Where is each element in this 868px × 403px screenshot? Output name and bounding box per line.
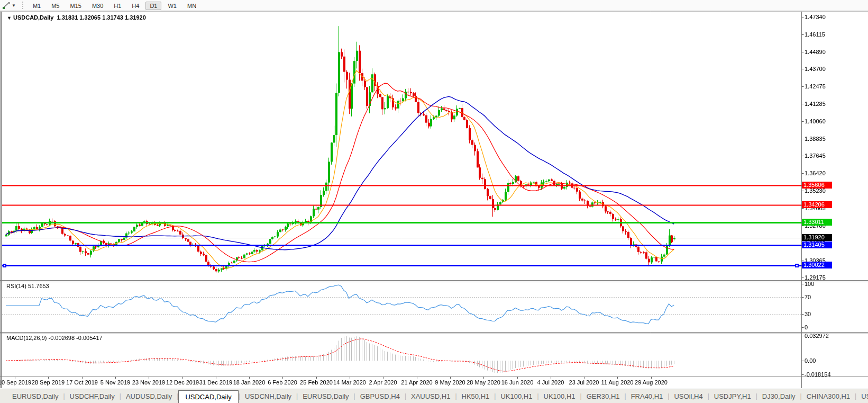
- rsi-axis-tick: 70: [805, 294, 811, 300]
- macd-value-main: -0.002698: [48, 335, 75, 341]
- macd-axis-tick: 0.032972: [805, 333, 829, 339]
- trading-terminal: { "toolbar": { "timeframes": ["M1","M5",…: [0, 0, 868, 403]
- symbol-tab-eurusd-0[interactable]: EURUSD,Daily: [7, 391, 63, 402]
- symbol-tab-eurusd-5[interactable]: EURUSD,Daily: [298, 391, 353, 402]
- price-axis-tick: 1.43700: [805, 66, 826, 72]
- date-axis-label: 11 Aug 2020: [601, 379, 634, 386]
- date-axis-label: 5 Nov 2019: [100, 379, 130, 386]
- symbol-tab-usdcnh-4[interactable]: USDCNH,Daily: [240, 391, 296, 402]
- symbol-name: USDCAD,Daily: [13, 14, 53, 21]
- symbol-tab-hk50-8[interactable]: HK50,H1: [457, 391, 495, 402]
- price-level-badge: 1.34206: [802, 201, 832, 208]
- macd-value-signal: -0.005417: [76, 335, 103, 341]
- date-axis-label: 28 Sep 2019: [32, 379, 65, 386]
- date-axis-label: 31 Dec 2019: [199, 379, 232, 386]
- price-axis-tick: 1.46115: [805, 31, 825, 38]
- symbol-tab-audusd-2[interactable]: AUDUSD,Daily: [121, 391, 177, 402]
- timeframe-button-d1[interactable]: D1: [145, 2, 161, 10]
- ohlc-open: 1.31831: [57, 14, 78, 21]
- price-axis-tick: 1.47340: [805, 14, 826, 20]
- price-level-badge: 1.30022: [802, 262, 832, 268]
- price-axis-tick: 1.44890: [805, 49, 826, 55]
- symbol-ohlc-header: ▼ USDCAD,Daily 1.31831 1.32065 1.31743 1…: [7, 14, 146, 21]
- ohlc-high: 1.32065: [79, 14, 100, 21]
- price-level-badge: 1.35606: [802, 182, 832, 189]
- timeframe-button-m15[interactable]: M15: [66, 2, 85, 10]
- symbol-tab-usoil-13[interactable]: USOil,H4: [669, 391, 707, 402]
- price-axis-tick: 1.40060: [805, 118, 826, 124]
- symbol-tab-gbpusd-6[interactable]: GBPUSD,H4: [355, 391, 405, 402]
- date-axis-label: 23 Nov 2019: [132, 379, 165, 386]
- macd-axis-tick: -0.018154: [805, 371, 831, 378]
- symbol-tab-xauusd-7[interactable]: XAUUSD,H1: [406, 391, 455, 402]
- date-axis-label: 23 Jul 2020: [569, 379, 599, 386]
- macd-label: MACD(12,26,9): [6, 335, 47, 341]
- date-axis-label: 4 Jul 2020: [537, 379, 564, 386]
- symbol-dropdown-icon[interactable]: ▼: [7, 15, 12, 21]
- rsi-header: RSI(14) 51.7653: [6, 283, 49, 289]
- timeframe-button-m5[interactable]: M5: [47, 2, 63, 10]
- date-axis-label: 29 Aug 2020: [635, 379, 668, 386]
- price-axis-tick: 1.37645: [805, 153, 826, 159]
- macd-header: MACD(12,26,9) -0.002698 -0.005417: [6, 335, 103, 341]
- symbol-tabbar: EURUSD,Daily|USDCHF,Daily|AUDUSD,Daily|U…: [0, 389, 868, 403]
- line-studies-icon[interactable]: [2, 1, 11, 10]
- price-axis-tick: 1.29175: [805, 274, 826, 281]
- date-axis-label: 25 Feb 2020: [300, 379, 333, 386]
- tool-dropdown-caret-icon[interactable]: ▼: [12, 3, 16, 8]
- date-axis-label: 28 May 2020: [467, 379, 500, 386]
- date-axis-label: 12 Dec 2019: [166, 379, 199, 386]
- date-axis-label: 14 Mar 2020: [333, 379, 366, 386]
- price-level-badge: 1.31405: [802, 241, 832, 248]
- timeframe-button-h4[interactable]: H4: [127, 2, 143, 10]
- rsi-axis-tick: 0: [805, 324, 808, 330]
- price-axis-tick: 1.41285: [805, 101, 826, 107]
- rsi-axis-tick: 100: [805, 281, 814, 287]
- symbol-tab-uk100-9[interactable]: UK100,H1: [496, 391, 537, 402]
- current-price-badge: 1.31920: [802, 234, 832, 241]
- timeframe-toolbar: ▼ M1M5M15M30H1H4D1W1MN: [0, 0, 868, 11]
- symbol-tab-usdjpy-14[interactable]: USDJPY,H1: [709, 391, 756, 402]
- date-axis-label: 18 Jan 2020: [233, 379, 266, 386]
- date-axis-label: 6 Feb 2020: [268, 379, 297, 386]
- price-axis-tick: 1.38835: [805, 136, 826, 142]
- symbol-tab-usoil-17[interactable]: USOil,H1: [856, 391, 868, 402]
- date-axis-label: 9 May 2020: [435, 379, 465, 386]
- macd-axis-tick: 0.00: [805, 357, 816, 364]
- date-axis-label: 2 Apr 2020: [369, 379, 397, 386]
- symbol-tab-usdchf-1[interactable]: USDCHF,Daily: [65, 391, 120, 402]
- timeframe-button-m1[interactable]: M1: [29, 2, 45, 10]
- symbol-tab-ger30-11[interactable]: GER30,H1: [582, 391, 625, 402]
- price-level-badge: 1.33011: [802, 219, 832, 226]
- timeframe-button-m30[interactable]: M30: [88, 2, 107, 10]
- date-axis-label: 16 Jun 2020: [501, 379, 534, 386]
- symbol-tab-usdcad-3[interactable]: USDCAD,Daily: [178, 390, 238, 403]
- symbol-tab-dj30-15[interactable]: DJ30,Daily: [757, 391, 800, 402]
- price-axis-tick: 1.42475: [805, 83, 826, 89]
- date-axis-label: 21 Apr 2020: [401, 379, 432, 386]
- price-axis-tick: 1.36420: [805, 170, 826, 176]
- symbol-tab-fra40-12[interactable]: FRA40,H1: [626, 391, 668, 402]
- symbol-tab-china300-16[interactable]: CHINA300,H1: [802, 391, 855, 402]
- toolbar-grip: [22, 2, 23, 9]
- timeframe-button-h1[interactable]: H1: [109, 2, 125, 10]
- ohlc-close: 1.31920: [125, 14, 146, 21]
- chart-canvas[interactable]: [0, 0, 868, 403]
- date-axis-label: 17 Oct 2019: [66, 379, 98, 386]
- timeframe-buttons: M1M5M15M30H1H4D1W1MN: [28, 1, 202, 10]
- symbol-tab-uk100-10[interactable]: UK100,H1: [539, 391, 580, 402]
- rsi-axis-tick: 30: [805, 311, 811, 317]
- timeframe-button-mn[interactable]: MN: [183, 2, 200, 10]
- timeframe-button-w1[interactable]: W1: [163, 2, 181, 10]
- ohlc-low: 1.31743: [102, 14, 123, 21]
- rsi-value: 51.7653: [28, 283, 49, 289]
- rsi-label: RSI(14): [6, 283, 26, 289]
- date-axis-label: 10 Sep 2019: [0, 379, 31, 386]
